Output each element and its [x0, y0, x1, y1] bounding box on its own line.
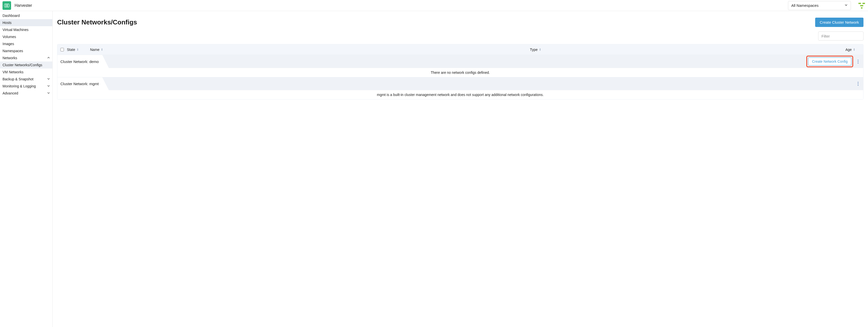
sidebar-item-label: VM Networks	[2, 70, 23, 74]
sidebar-item-images[interactable]: Images	[0, 40, 52, 47]
table-group-header: Cluster Network: mgmt	[57, 77, 863, 90]
sort-icon: ▲▼	[853, 48, 855, 51]
sidebar: Dashboard Hosts Virtual Machines Volumes…	[0, 11, 53, 327]
sidebar-group-advanced[interactable]: Advanced	[0, 90, 52, 97]
row-actions-menu[interactable]	[856, 60, 860, 63]
select-all-checkbox-input[interactable]	[60, 48, 64, 51]
column-type[interactable]: Type ▲▼	[231, 48, 840, 52]
topbar: Harvester All Namespaces	[0, 0, 868, 11]
group-title: Cluster Network: mgmt	[57, 77, 109, 90]
sidebar-group-label: Backup & Snapshot	[2, 77, 33, 81]
column-age[interactable]: Age ▲▼	[840, 48, 855, 52]
highlight-box: Create Network Config	[806, 56, 853, 67]
svg-rect-4	[863, 3, 865, 4]
svg-rect-3	[859, 3, 861, 4]
sidebar-item-cluster-networks[interactable]: Cluster Networks/Configs	[0, 61, 52, 69]
info-message: mgmt is a built-in cluster management ne…	[57, 90, 863, 99]
row-actions-menu[interactable]	[856, 82, 860, 86]
chevron-down-icon	[47, 91, 50, 95]
column-label: Name	[90, 48, 99, 52]
namespace-selector[interactable]: All Namespaces	[788, 1, 851, 10]
sort-icon: ▲▼	[77, 48, 79, 51]
table: State ▲▼ Name ▲▼ Type ▲▼ Age ▲▼ Clust	[57, 44, 864, 100]
table-header: State ▲▼ Name ▲▼ Type ▲▼ Age ▲▼	[57, 44, 863, 55]
chevron-up-icon	[47, 56, 50, 60]
sidebar-group-label: Monitoring & Logging	[2, 84, 36, 88]
chevron-down-icon	[845, 3, 848, 7]
sidebar-group-monitoring[interactable]: Monitoring & Logging	[0, 83, 52, 90]
filter-input[interactable]	[818, 31, 864, 40]
sidebar-item-dashboard[interactable]: Dashboard	[0, 12, 52, 19]
sidebar-item-label: Volumes	[2, 35, 16, 39]
brand-name: Harvester	[14, 3, 32, 8]
sidebar-item-label: Cluster Networks/Configs	[2, 63, 42, 67]
sidebar-item-vm-networks[interactable]: VM Networks	[0, 69, 52, 76]
page-title: Cluster Networks/Configs	[57, 18, 137, 26]
namespace-selector-label: All Namespaces	[791, 3, 818, 7]
column-label: Type	[530, 48, 537, 52]
column-state[interactable]: State ▲▼	[67, 48, 90, 52]
chevron-down-icon	[47, 77, 50, 81]
table-group-header: Cluster Network: demo Create Network Con…	[57, 55, 863, 68]
sidebar-item-hosts[interactable]: Hosts	[0, 19, 52, 26]
create-network-config-button[interactable]: Create Network Config	[808, 57, 851, 65]
sidebar-group-label: Advanced	[2, 91, 18, 95]
harvester-icon	[4, 3, 10, 7]
svg-rect-6	[861, 7, 863, 8]
sidebar-item-vms[interactable]: Virtual Machines	[0, 26, 52, 33]
column-label: Age	[845, 48, 851, 52]
column-name[interactable]: Name ▲▼	[90, 48, 231, 52]
column-label: State	[67, 48, 75, 52]
brand: Harvester	[2, 1, 32, 10]
sidebar-group-backup[interactable]: Backup & Snapshot	[0, 76, 52, 83]
sort-icon: ▲▼	[101, 48, 103, 51]
product-logo-icon	[858, 2, 866, 9]
chevron-down-icon	[47, 84, 50, 88]
group-title: Cluster Network: demo	[57, 55, 109, 68]
select-all-checkbox[interactable]	[60, 48, 67, 51]
sidebar-item-label: Images	[2, 42, 14, 46]
empty-message: There are no network configs defined.	[57, 68, 863, 77]
sidebar-item-label: Dashboard	[2, 13, 20, 18]
brand-logo-icon	[2, 1, 11, 10]
create-cluster-network-button[interactable]: Create Cluster Network	[815, 18, 864, 27]
sidebar-group-label: Networks	[2, 56, 17, 60]
sidebar-item-label: Namespaces	[2, 49, 23, 53]
sidebar-item-namespaces[interactable]: Namespaces	[0, 47, 52, 54]
sort-icon: ▲▼	[539, 48, 541, 51]
main-content: Cluster Networks/Configs Create Cluster …	[53, 11, 868, 327]
svg-point-2	[7, 4, 9, 7]
sidebar-item-volumes[interactable]: Volumes	[0, 33, 52, 40]
sidebar-group-networks[interactable]: Networks	[0, 54, 52, 61]
sidebar-item-label: Hosts	[2, 21, 11, 25]
sidebar-item-label: Virtual Machines	[2, 28, 28, 32]
svg-rect-5	[860, 5, 863, 6]
